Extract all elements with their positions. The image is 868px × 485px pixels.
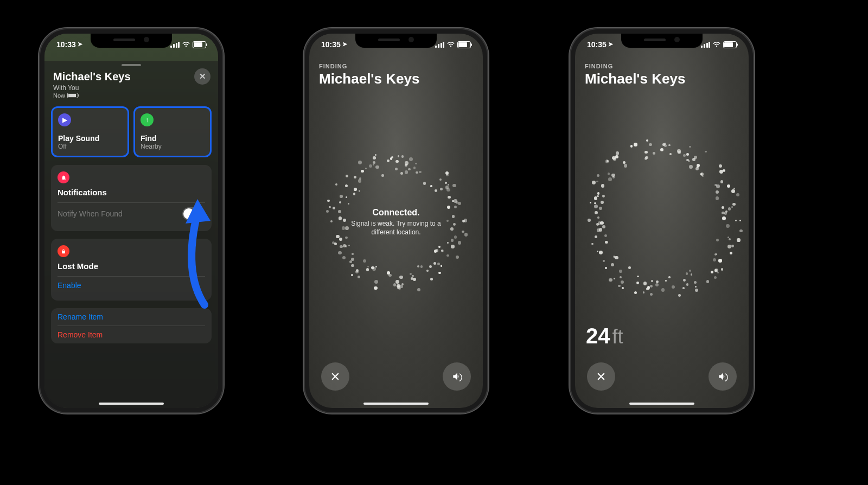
play-sound-button[interactable]: ▶ Play Sound Off	[51, 106, 129, 157]
cellular-signal-icon	[701, 42, 710, 48]
battery-icon	[457, 41, 471, 48]
cellular-signal-icon	[435, 42, 444, 48]
find-status: Nearby	[141, 143, 205, 150]
find-title: Find	[141, 134, 205, 143]
item-time-status: Now	[53, 92, 65, 99]
signal-hint: Signal is weak. Try moving to a differen…	[347, 219, 445, 237]
distance-readout: 24ft	[586, 324, 623, 348]
find-button[interactable]: ↑ Find Nearby	[133, 106, 212, 157]
phone-finding-weak-signal: 10:35 ➤ FINDING Michael's Keys Connected…	[304, 28, 488, 413]
remove-item-link[interactable]: Remove Item	[58, 330, 103, 339]
close-finding-button[interactable]	[587, 362, 615, 391]
notch	[91, 34, 172, 48]
cellular-signal-icon	[170, 42, 180, 48]
close-button[interactable]: ✕	[194, 68, 210, 85]
finding-label: FINDING	[585, 63, 685, 69]
location-services-icon: ➤	[78, 41, 82, 48]
item-name: Michael's Keys	[53, 71, 209, 83]
home-indicator[interactable]	[99, 403, 164, 405]
item-detail-sheet: ✕ Michael's Keys With You Now ▶ Play Sou…	[44, 61, 218, 408]
play-sound-title: Play Sound	[58, 134, 122, 143]
notch	[355, 34, 437, 48]
location-services-icon: ➤	[608, 41, 613, 48]
notify-when-found-label: Notify When Found	[58, 209, 123, 218]
item-battery-icon	[67, 93, 78, 98]
battery-icon	[723, 41, 737, 48]
item-actions-card: Rename Item Remove Item	[51, 308, 212, 343]
home-indicator[interactable]	[629, 403, 694, 405]
play-sound-finding-button[interactable]	[443, 362, 471, 391]
notify-when-found-toggle[interactable]	[182, 207, 205, 220]
finding-status-message: Connected. Signal is weak. Try moving to…	[347, 208, 445, 237]
phone-detail-sheet: 10:33 ➤ ✕ Michael's Keys With You	[39, 28, 224, 413]
arrow-up-icon: ↑	[141, 113, 154, 126]
finding-item-name: Michael's Keys	[319, 71, 419, 87]
play-icon: ▶	[58, 113, 71, 126]
status-time: 10:35	[587, 40, 607, 49]
status-time: 10:35	[321, 40, 341, 49]
rename-item-link[interactable]: Rename Item	[58, 312, 103, 321]
bell-icon	[58, 171, 69, 183]
finding-item-name: Michael's Keys	[585, 71, 685, 87]
lost-mode-card: Lost Mode Enable	[51, 239, 212, 301]
battery-icon	[193, 41, 206, 48]
notifications-title: Notifications	[58, 188, 205, 197]
distance-unit: ft	[612, 326, 623, 348]
wifi-icon	[712, 41, 721, 48]
location-services-icon: ➤	[342, 41, 347, 48]
finding-label: FINDING	[319, 63, 419, 69]
lock-icon	[58, 245, 69, 257]
play-sound-finding-button[interactable]	[709, 362, 737, 391]
precision-finding-visualization	[584, 141, 739, 296]
item-location-status: With You	[53, 84, 209, 92]
lost-mode-title: Lost Mode	[58, 261, 205, 271]
notch	[621, 34, 703, 48]
status-time: 10:33	[56, 40, 76, 49]
distance-value: 24	[586, 324, 610, 348]
wifi-icon	[446, 41, 455, 48]
close-finding-button[interactable]	[321, 362, 349, 391]
enable-lost-mode-link[interactable]: Enable	[58, 281, 81, 290]
sheet-drag-handle[interactable]	[122, 64, 141, 66]
play-sound-status: Off	[58, 143, 122, 150]
notifications-card: Notifications Notify When Found	[51, 165, 212, 231]
phone-finding-distance: 10:35 ➤ FINDING Michael's Keys 24ft	[570, 28, 754, 413]
connected-label: Connected.	[347, 208, 445, 218]
wifi-icon	[182, 41, 190, 48]
home-indicator[interactable]	[363, 403, 429, 405]
